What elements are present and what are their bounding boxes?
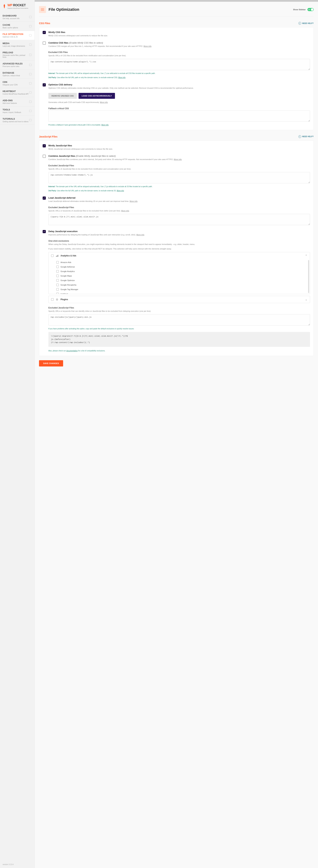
defer-excluded-textarea[interactable]: /jquery-?[0-9.]*(.min|.slim|.slim.min)?.… (48, 214, 310, 225)
minify-js-checkbox[interactable] (43, 144, 46, 147)
defer-js-title: Load JavaScript deferred (48, 196, 310, 199)
nav-item-cache[interactable]: CACHEBasic cache options (0, 22, 35, 31)
fallback-note: Provides a fallback if auto-generated cr… (48, 124, 310, 126)
nav-icon (29, 100, 32, 103)
more-info-link[interactable]: More info (174, 158, 182, 160)
more-info-link[interactable]: More info (121, 210, 129, 212)
exclusion-checkbox[interactable] (56, 261, 59, 264)
svg-rect-3 (29, 43, 31, 45)
svg-rect-4 (29, 54, 31, 56)
exclusion-item[interactable]: Amazon Ads (56, 260, 307, 265)
load-css-async-button[interactable]: LOAD CSS ASYNCHRONOUSLY (78, 93, 115, 99)
optimize-css-checkbox[interactable] (43, 83, 46, 87)
chevron-up-icon: ⌃ (305, 254, 307, 257)
analytics-group-checkbox[interactable] (51, 254, 54, 257)
save-changes-button[interactable]: SAVE CHANGES (39, 360, 63, 367)
nav-item-tutorials[interactable]: TUTORIALSGetting started and how to vide… (0, 116, 35, 125)
analytics-header[interactable]: Analytics & Ads ⌃ (48, 252, 310, 259)
nav-icon (29, 43, 32, 46)
more-info-link[interactable]: More info (117, 190, 124, 192)
svg-rect-11 (29, 119, 31, 121)
nav-item-advanced-rules[interactable]: ADVANCED RULESFine-tune cache rules (0, 60, 35, 70)
delay-js-checkbox[interactable] (43, 230, 46, 233)
css-internal-note: Internal: The domain part of the URL wil… (48, 72, 310, 75)
delay-excluded-desc: Specify URLs or keywords that can identi… (48, 310, 310, 313)
nav-item-media[interactable]: MEDIALazyLoad, image dimensions (0, 40, 35, 49)
svg-rect-0 (29, 16, 31, 18)
minify-css-desc: Minify CSS removes whitespace and commen… (48, 34, 310, 37)
combine-css-checkbox[interactable] (43, 41, 46, 44)
nav-icon (29, 16, 32, 19)
analytics-group: Analytics & Ads ⌃ Amazon AdsGoogle AdSen… (48, 252, 310, 294)
defer-js-checkbox[interactable] (43, 196, 46, 199)
nav-icon (29, 25, 32, 28)
need-help-link[interactable]: iNEED HELP? (298, 22, 314, 25)
exclusion-item[interactable]: HubSpot (56, 292, 307, 294)
exclusion-checkbox[interactable] (56, 275, 59, 277)
defer-excluded-title: Excluded JavaScript Files (48, 206, 310, 209)
more-info-link[interactable]: More info (136, 234, 144, 236)
nav-icon (29, 53, 32, 56)
exclusion-item[interactable]: Google AdSense (56, 265, 307, 269)
delay-excluded-textarea[interactable]: /wp-includes/js/jquery/jquery.min.js (48, 314, 310, 326)
remove-unused-css-button[interactable]: REMOVE UNUSED CSS (48, 93, 77, 99)
exclusion-label: Google Maps (61, 275, 72, 277)
more-info-link[interactable]: More info (100, 101, 108, 103)
svg-rect-7 (29, 82, 31, 84)
more-info-link[interactable]: More info (101, 124, 109, 126)
excluded-js-textarea[interactable]: /wp-content/themes/some-theme/(.*).js (48, 172, 310, 183)
combine-js-checkbox[interactable] (43, 155, 46, 158)
nav-item-database[interactable]: DATABASEOptimize, reduce bloat (0, 70, 35, 79)
exclusion-item[interactable]: Google Recaptcha (56, 283, 307, 287)
exclusion-checkbox[interactable] (56, 288, 59, 290)
doc-note: Also, please check our documentation for… (48, 349, 310, 352)
exclusion-label: Google AdSense (61, 266, 75, 268)
topbar (35, 0, 318, 2)
documentation-link[interactable]: documentation (66, 350, 78, 352)
more-info-link[interactable]: More info (144, 45, 151, 47)
nav-item-file-optimization[interactable]: FILE OPTIMIZATIONOptimize CSS & JS (0, 31, 35, 40)
minify-js-title: Minify JavaScript files (48, 144, 310, 147)
show-sidebar-toggle[interactable]: Show Sidebar ON (293, 8, 314, 11)
plugins-group-checkbox[interactable] (51, 298, 54, 301)
nav-item-dashboard[interactable]: DASHBOARDGet help, account info (0, 12, 35, 22)
exclusion-checkbox[interactable] (56, 279, 59, 282)
exclusion-item[interactable]: Google Optimize (56, 278, 307, 283)
combine-js-title: Combine JavaScript files (Enable Minify … (48, 155, 310, 157)
scrollbar[interactable] (308, 260, 309, 293)
nav-item-add-ons[interactable]: ADD-ONSAdd more features (0, 97, 35, 106)
minify-css-title: Minify CSS files (48, 31, 310, 33)
oneclick-title: One-click exclusions (48, 240, 310, 242)
excluded-css-textarea[interactable]: /wp-content/plugins/some-plugin/(.*).css (48, 59, 310, 70)
exclusion-item[interactable]: Google Analytics (56, 269, 307, 274)
analytics-icon (56, 254, 59, 257)
svg-rect-2 (29, 34, 31, 36)
chevron-down-icon: ⌄ (305, 298, 307, 301)
delay-excluded-title: Excluded JavaScript Files (48, 307, 310, 309)
nav-item-preload[interactable]: PRELOADGenerate cache files, preload fon… (0, 49, 35, 60)
delay-js-desc: Improves performance by delaying the loa… (48, 233, 310, 236)
nav-icon (29, 63, 32, 66)
nav-item-heartbeat[interactable]: HEARTBEATControl WordPress Heartbeat API (0, 88, 35, 97)
exclusion-item[interactable]: Google Tag Manager (56, 287, 307, 292)
minify-js-desc: Minify JavaScript removes whitespace and… (48, 148, 310, 151)
fallback-css-textarea[interactable] (48, 111, 310, 122)
exclusion-checkbox[interactable] (56, 293, 59, 294)
nav-item-cdn[interactable]: CDNIntegrate your CDN (0, 79, 35, 88)
more-info-link[interactable]: More info (130, 200, 138, 202)
exclusion-label: HubSpot (61, 293, 68, 294)
nav-icon (29, 82, 32, 85)
problems-note: If you have problems after activating th… (48, 328, 310, 330)
plugins-header[interactable]: Plugins ⌄ (48, 296, 310, 303)
need-help-link[interactable]: iNEED HELP? (298, 135, 314, 138)
generates-desc: Generates critical path CSS and loads CS… (48, 101, 310, 104)
exclusion-item[interactable]: Google Maps (56, 274, 307, 278)
exclusion-checkbox[interactable] (56, 270, 59, 273)
exclusion-checkbox[interactable] (56, 266, 59, 268)
svg-rect-5 (29, 64, 31, 66)
default-exclusions-code: \/jquery(-migrate)?-?([0-9.]+)?(.min|.sl… (48, 332, 310, 347)
minify-css-checkbox[interactable] (43, 31, 46, 34)
more-info-link[interactable]: More info (118, 76, 126, 79)
exclusion-checkbox[interactable] (56, 284, 59, 286)
nav-item-tools[interactable]: TOOLSImport, Export, Rollback (0, 106, 35, 116)
